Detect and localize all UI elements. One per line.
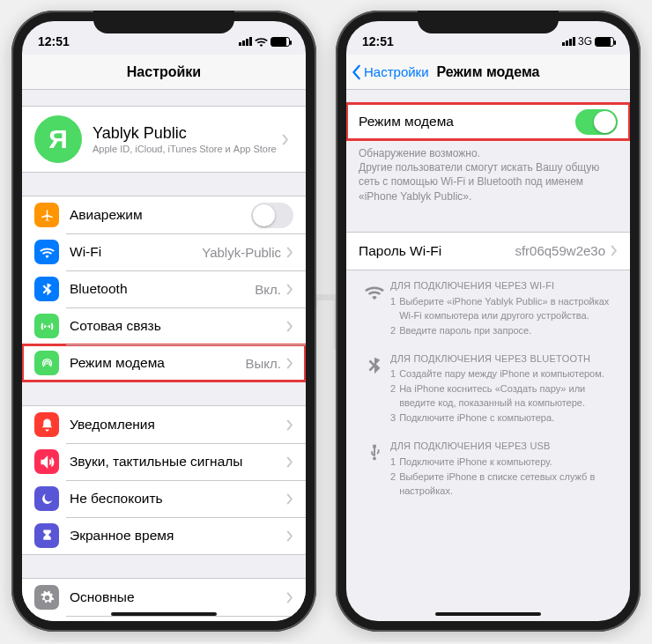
inst-body: ДЛЯ ПОДКЛЮЧЕНИЯ ЧЕРЕЗ WI-FI1Выберите «iP… — [390, 279, 618, 338]
row-bell[interactable]: Уведомления — [22, 406, 306, 443]
signal-icon — [239, 37, 252, 46]
battery-icon — [595, 37, 614, 47]
battery-icon — [270, 37, 290, 47]
screen-right: 12:51 3G Настройки Режим модема Режим мо… — [346, 21, 630, 621]
inst-title: ДЛЯ ПОДКЛЮЧЕНИЯ ЧЕРЕЗ BLUETOOTH — [390, 352, 618, 366]
inst-title: ДЛЯ ПОДКЛЮЧЕНИЯ ЧЕРЕЗ USB — [390, 440, 618, 454]
inst-body: ДЛЯ ПОДКЛЮЧЕНИЯ ЧЕРЕЗ USB1Подключите iPh… — [390, 440, 618, 499]
group-0: АвиарежимWi-FiYablyk-PublicBluetoothВкл.… — [22, 196, 306, 382]
navbar: Настройки Режим модема — [346, 55, 630, 90]
chevron-icon — [286, 419, 293, 431]
notch — [93, 11, 234, 33]
instructions-usb: ДЛЯ ПОДКЛЮЧЕНИЯ ЧЕРЕЗ USB1Подключите iPh… — [346, 431, 630, 504]
row-hotspot[interactable]: Режим модемаВыкл. — [22, 344, 306, 381]
hourglass-icon — [34, 523, 59, 548]
row-hotspot-toggle[interactable]: Режим модема — [346, 103, 630, 140]
instructions-wifi: ДЛЯ ПОДКЛЮЧЕНИЯ ЧЕРЕЗ WI-FI1Выберите «iP… — [346, 270, 630, 344]
row-label: Режим модема — [70, 355, 246, 371]
airplane-icon — [34, 203, 59, 227]
home-indicator — [111, 612, 217, 616]
signal-icon — [562, 37, 575, 46]
chevron-icon — [286, 284, 293, 295]
row-label: Не беспокоить — [70, 491, 281, 507]
bluetooth-icon — [359, 352, 390, 426]
bluetooth-icon — [34, 277, 59, 301]
row-label: Сотовая связь — [70, 318, 281, 334]
phone-right: 12:51 3G Настройки Режим модема Режим мо… — [336, 11, 641, 632]
discovery-note: Обнаружение возможно.Другие пользователи… — [346, 141, 630, 209]
group-toggle: Режим модема — [346, 102, 630, 141]
row-label: Авиарежим — [70, 207, 251, 223]
row-gear[interactable]: Основные — [22, 579, 306, 616]
svg-point-10 — [373, 457, 376, 461]
profile-sub: Apple ID, iCloud, iTunes Store и App Sto… — [93, 144, 277, 154]
network-text: 3G — [578, 35, 592, 48]
sound-icon — [34, 449, 59, 474]
row-sliders[interactable]: Пункт управления — [22, 616, 306, 621]
group-1: УведомленияЗвуки, тактильные сигналыНе б… — [22, 405, 306, 555]
status-right — [239, 37, 290, 47]
row-value: Yablyk-Public — [202, 245, 281, 260]
moon-icon — [34, 486, 59, 511]
row-wifi-password[interactable]: Пароль Wi-Fisfr06q59w2e3o — [346, 233, 630, 270]
row-label: Экранное время — [70, 528, 281, 544]
row-label: Bluetooth — [70, 281, 255, 297]
inst-step: 2На iPhone коснитесь «Создать пару» или … — [390, 382, 618, 411]
row-label: Основные — [70, 589, 281, 605]
row-value: sfr06q59w2e3o — [515, 243, 605, 258]
page-title: Настройки — [127, 64, 201, 80]
avatar: Я — [34, 115, 82, 163]
gear-icon — [34, 585, 59, 610]
content[interactable]: ЯYablyk PublicApple ID, iCloud, iTunes S… — [22, 90, 306, 621]
row-bluetooth[interactable]: BluetoothВкл. — [22, 270, 306, 307]
antenna-icon — [34, 314, 59, 338]
profile-text: Yablyk PublicApple ID, iCloud, iTunes St… — [93, 124, 277, 154]
toggle[interactable] — [575, 109, 618, 135]
inst-step: 1Подключите iPhone к компьютеру. — [390, 455, 618, 470]
page-title: Режим модема — [437, 64, 540, 80]
status-right: 3G — [562, 35, 614, 48]
inst-step: 2Введите пароль при запросе. — [390, 324, 618, 338]
profile-name: Yablyk Public — [93, 124, 277, 143]
wifi-icon — [255, 37, 268, 47]
home-indicator — [435, 612, 541, 616]
row-wifi[interactable]: Wi-FiYablyk-Public — [22, 233, 306, 270]
phone-left: 12:51 Настройки ЯYablyk PublicApple ID, … — [11, 11, 316, 632]
chevron-icon — [286, 592, 293, 603]
row-antenna[interactable]: Сотовая связь — [22, 307, 306, 344]
back-label: Настройки — [364, 64, 429, 79]
row-moon[interactable]: Не беспокоить — [22, 480, 306, 517]
row-value: Выкл. — [246, 356, 281, 371]
row-value: Вкл. — [255, 282, 281, 297]
inst-step: 1Создайте пару между iPhone и компьютеро… — [390, 367, 618, 381]
chevron-icon — [286, 321, 293, 332]
wifi-icon — [359, 279, 390, 338]
chevron-icon — [611, 245, 618, 256]
group-password: Пароль Wi-Fisfr06q59w2e3o — [346, 232, 630, 270]
inst-title: ДЛЯ ПОДКЛЮЧЕНИЯ ЧЕРЕЗ WI-FI — [390, 279, 618, 293]
row-label: Режим модема — [359, 114, 575, 130]
row-sound[interactable]: Звуки, тактильные сигналы — [22, 443, 306, 480]
row-label: Пароль Wi-Fi — [359, 243, 515, 259]
chevron-icon — [286, 456, 293, 468]
inst-step: 2Выберите iPhone в списке сетевых служб … — [390, 470, 618, 499]
bell-icon — [34, 412, 59, 437]
row-label: Wi-Fi — [70, 244, 202, 260]
content[interactable]: Режим модемаОбнаружение возможно.Другие … — [346, 90, 630, 621]
toggle[interactable] — [251, 203, 293, 228]
usb-icon — [359, 440, 390, 499]
navbar: Настройки — [22, 55, 306, 90]
row-airplane[interactable]: Авиарежим — [22, 196, 306, 233]
inst-step: 1Выберите «iPhone Yablyk Public» в настр… — [390, 295, 618, 323]
chevron-icon — [282, 134, 289, 145]
chevron-icon — [286, 493, 293, 505]
status-time: 12:51 — [362, 34, 394, 48]
row-profile[interactable]: ЯYablyk PublicApple ID, iCloud, iTunes S… — [22, 107, 306, 172]
svg-point-0 — [46, 362, 48, 364]
hotspot-icon — [34, 351, 59, 375]
wifi-icon — [34, 240, 59, 264]
back-button[interactable]: Настройки — [352, 55, 429, 89]
row-hourglass[interactable]: Экранное время — [22, 517, 306, 554]
inst-step: 3Подключите iPhone с компьютера. — [390, 411, 618, 426]
chevron-icon — [286, 530, 293, 542]
